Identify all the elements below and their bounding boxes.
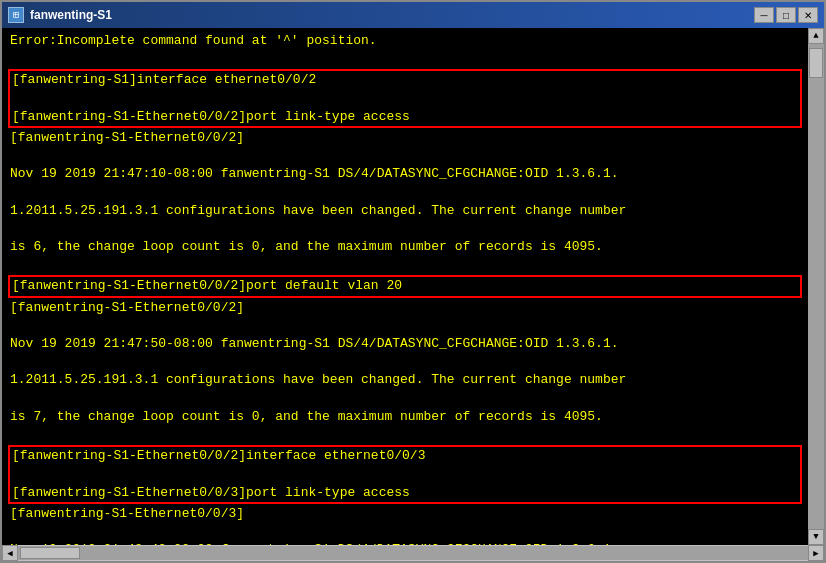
terminal-line: [fanwentring-S1-Ethernet0/0/2]port defau… — [12, 277, 798, 295]
minimize-button[interactable]: ─ — [754, 7, 774, 23]
terminal-window: ⊞ fanwenting-S1 ─ □ ✕ Error:Incomplete c… — [0, 0, 826, 563]
title-bar-left: ⊞ fanwenting-S1 — [8, 7, 112, 23]
terminal-line: [fanwentring-S1-Ethernet0/0/2] — [8, 129, 802, 147]
scroll-thumb-h[interactable] — [20, 547, 80, 559]
terminal-line: is 7, the change loop count is 0, and th… — [8, 408, 802, 426]
terminal-line: Nov 19 2019 21:48:40-08:00 fanwentring-S… — [8, 541, 802, 545]
close-button[interactable]: ✕ — [798, 7, 818, 23]
title-buttons: ─ □ ✕ — [754, 7, 818, 23]
title-bar: ⊞ fanwenting-S1 ─ □ ✕ — [2, 2, 824, 28]
scroll-down-button[interactable]: ▼ — [808, 529, 824, 545]
boxed-command: [fanwentring-S1-Ethernet0/0/2]interface … — [8, 445, 802, 504]
terminal-line: [fanwentring-S1-Ethernet0/0/3] — [8, 505, 802, 523]
bottom-bar: ◀ ▶ — [2, 545, 824, 561]
vertical-scrollbar[interactable]: ▲ ▼ — [808, 28, 824, 545]
terminal-line: 1.2011.5.25.191.3.1 configurations have … — [8, 371, 802, 389]
maximize-button[interactable]: □ — [776, 7, 796, 23]
terminal-area: Error:Incomplete command found at '^' po… — [2, 28, 824, 545]
scroll-thumb-v[interactable] — [809, 48, 823, 78]
terminal-line: is 6, the change loop count is 0, and th… — [8, 238, 802, 256]
terminal-line: [fanwentring-S1-Ethernet0/0/2]interface … — [12, 447, 798, 465]
scroll-track-v[interactable] — [808, 44, 824, 529]
boxed-command: [fanwentring-S1-Ethernet0/0/2]port defau… — [8, 275, 802, 297]
scroll-left-button[interactable]: ◀ — [2, 545, 18, 561]
boxed-command: [fanwentring-S1]interface ethernet0/0/2[… — [8, 69, 802, 128]
terminal-line: [fanwentring-S1-Ethernet0/0/2]port link-… — [12, 108, 798, 126]
window-icon: ⊞ — [8, 7, 24, 23]
terminal-line: [fanwentring-S1-Ethernet0/0/3]port link-… — [12, 484, 798, 502]
horizontal-scrollbar[interactable]: ◀ ▶ — [2, 545, 824, 561]
terminal-line: Nov 19 2019 21:47:10-08:00 fanwentring-S… — [8, 165, 802, 183]
terminal-line: Nov 19 2019 21:47:50-08:00 fanwentring-S… — [8, 335, 802, 353]
scroll-up-button[interactable]: ▲ — [808, 28, 824, 44]
scroll-track-h[interactable] — [18, 546, 808, 560]
scroll-right-button[interactable]: ▶ — [808, 545, 824, 561]
window-title: fanwenting-S1 — [30, 8, 112, 22]
terminal-content[interactable]: Error:Incomplete command found at '^' po… — [2, 28, 808, 545]
terminal-line: 1.2011.5.25.191.3.1 configurations have … — [8, 202, 802, 220]
terminal-line: Error:Incomplete command found at '^' po… — [8, 32, 802, 50]
terminal-line: [fanwentring-S1]interface ethernet0/0/2 — [12, 71, 798, 89]
terminal-line: [fanwentring-S1-Ethernet0/0/2] — [8, 299, 802, 317]
